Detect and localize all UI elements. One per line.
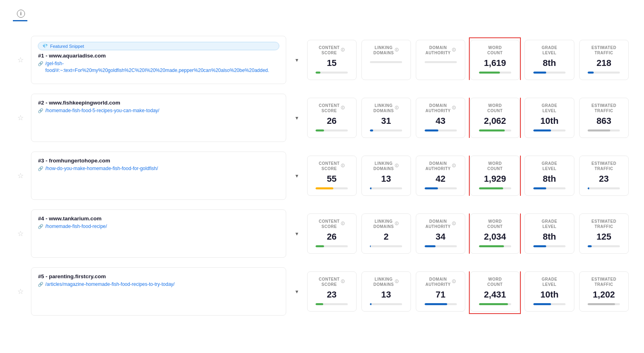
word-count-bar-track [479,129,511,131]
star-cell: ☆ [13,31,28,89]
linking-domains-info-icon[interactable]: ⓘ [395,48,399,53]
content-score-info-icon[interactable]: ⓘ [341,222,345,226]
star-button[interactable]: ☆ [17,113,24,122]
domain-authority-bar-track [425,61,457,63]
content-score-value: 55 [327,174,336,184]
competitor-info-cell: #5 - parenting.firstcry.com 🔗 /articles/… [28,263,289,320]
linking-domains-value: 31 [381,116,391,126]
star-button[interactable]: ☆ [17,55,24,64]
competitor-url-text: /articles/magazine-homemade-fish-food-re… [45,281,174,288]
content-score-info-icon[interactable]: ⓘ [341,48,345,53]
word-count-value: 2,062 [484,116,506,126]
expand-cell: ▾ [289,205,304,263]
star-button[interactable]: ☆ [17,171,24,180]
competitor-url-text: /how-do-you-make-homemade-fish-food-for-… [45,165,158,172]
grade-level-value: 10th [540,116,558,126]
content-score-bar-track [316,129,348,131]
expand-button[interactable]: ▾ [295,115,298,121]
content-score-cell: CONTENTSCORE ⓘ 55 [305,147,359,205]
domain-authority-cell: DOMAINAUTHORITY ⓘ [413,31,468,89]
competitor-url[interactable]: 🔗 /articles/magazine-homemade-fish-food-… [38,281,279,288]
domain-authority-value: 43 [436,116,445,126]
grade-level-bar-fill [533,303,551,305]
domain-authority-info-icon[interactable]: ⓘ [452,106,456,111]
word-count-value: 2,431 [484,289,506,300]
grade-level-cell: GRADELEVEL 10th [522,89,576,147]
domain-authority-info-icon[interactable]: ⓘ [452,222,456,226]
linking-domains-value: 13 [381,289,391,300]
domain-authority-info-icon[interactable]: ⓘ [452,279,456,284]
domain-authority-card: DOMAINAUTHORITY ⓘ [416,40,465,80]
competitor-url[interactable]: 🔗 /homemade-fish-food-5-recipes-you-can-… [38,107,279,114]
competitor-card: #3 - fromhungertohope.com 🔗 /how-do-you-… [31,152,286,200]
word-count-card: WORDCOUNT 2,431 [470,271,520,312]
competitor-url[interactable]: 🔗 /gel-fish-food/#:~:text=For%20my%20gol… [38,60,279,74]
grade-level-label: GRADELEVEL [542,161,557,171]
estimated-traffic-label: ESTIMATEDTRAFFIC [592,161,617,171]
grade-level-bar-track [533,129,566,131]
estimated-traffic-cell: ESTIMATEDTRAFFIC 218 [577,31,631,89]
word-count-label: WORDCOUNT [487,161,503,171]
linking-domains-info-icon[interactable]: ⓘ [395,279,399,284]
domain-authority-label: DOMAINAUTHORITY ⓘ [425,45,456,55]
estimated-traffic-label: ESTIMATEDTRAFFIC [592,277,617,287]
grade-level-bar-track [533,72,566,74]
competitor-url[interactable]: 🔗 /how-do-you-make-homemade-fish-food-fo… [38,165,279,172]
linking-domains-card: LINKINGDOMAINS ⓘ 13 [361,156,411,196]
linking-domains-card: LINKINGDOMAINS ⓘ 13 [361,271,411,312]
word-count-bar-track [479,303,511,305]
word-count-label: WORDCOUNT [487,277,503,287]
word-count-card: WORDCOUNT 2,062 [470,98,520,138]
word-count-cell: WORDCOUNT 2,034 [468,205,522,263]
domain-authority-info-icon[interactable]: ⓘ [452,48,456,53]
content-score-card: CONTENTSCORE ⓘ 23 [307,271,357,312]
table-row: ☆ #5 - parenting.firstcry.com 🔗 /article… [13,263,631,320]
competitor-url[interactable]: 🔗 /homemade-fish-food-recipe/ [38,223,279,230]
grade-level-label: GRADELEVEL [542,219,557,229]
expand-cell: ▾ [289,263,304,320]
content-score-info-icon[interactable]: ⓘ [341,279,345,284]
linking-domains-info-icon[interactable]: ⓘ [395,106,399,111]
content-score-info-icon[interactable]: ⓘ [341,106,345,111]
star-cell: ☆ [13,147,28,205]
linking-domains-info-icon[interactable]: ⓘ [395,222,399,226]
linking-domains-card: LINKINGDOMAINS ⓘ 31 [361,98,411,138]
grade-level-card: GRADELEVEL 8th [524,213,574,254]
estimated-traffic-bar-fill [588,72,593,74]
estimated-traffic-value: 1,202 [593,289,615,300]
competitor-info-cell: #3 - fromhungertohope.com 🔗 /how-do-you-… [28,147,289,205]
estimated-traffic-label: ESTIMATEDTRAFFIC [592,45,617,55]
table-row: ☆ 💎 Featured Snippet #1 - www.aquariadis… [13,31,631,89]
content-score-bar-track [316,245,348,247]
content-score-info-icon[interactable]: ⓘ [341,164,345,168]
star-cell: ☆ [13,205,28,263]
linking-domains-info-icon[interactable]: ⓘ [395,164,399,168]
grade-level-card: GRADELEVEL 10th [524,271,574,312]
title-info-icon[interactable]: i [17,10,25,18]
title-underline [13,20,27,21]
domain-authority-label: DOMAINAUTHORITY ⓘ [425,103,456,113]
content-score-bar-fill [316,129,324,131]
estimated-traffic-value: 863 [597,116,611,126]
grade-level-cell: GRADELEVEL 8th [522,205,576,263]
domain-authority-cell: DOMAINAUTHORITY ⓘ 71 [413,263,468,320]
content-score-bar-track [316,187,348,189]
domain-authority-info-icon[interactable]: ⓘ [452,164,456,168]
expand-button[interactable]: ▾ [295,57,298,63]
star-button[interactable]: ☆ [17,287,24,296]
estimated-traffic-cell: ESTIMATEDTRAFFIC 1,202 [577,263,631,320]
estimated-traffic-bar-fill [588,187,589,189]
expand-button[interactable]: ▾ [295,288,298,295]
grade-level-value: 10th [540,289,558,300]
domain-authority-cell: DOMAINAUTHORITY ⓘ 42 [413,147,468,205]
content-score-card: CONTENTSCORE ⓘ 26 [307,213,357,254]
expand-button[interactable]: ▾ [295,172,298,179]
domain-authority-card: DOMAINAUTHORITY ⓘ 43 [416,98,465,138]
expand-button[interactable]: ▾ [295,230,298,237]
estimated-traffic-card: ESTIMATEDTRAFFIC 23 [579,156,629,196]
word-count-cell: WORDCOUNT 1,929 [468,147,522,205]
grade-level-cell: GRADELEVEL 10th [522,263,576,320]
grade-level-bar-fill [533,72,546,74]
competitor-card: #2 - www.fishkeepingworld.com 🔗 /homemad… [31,94,286,142]
star-button[interactable]: ☆ [17,229,24,238]
